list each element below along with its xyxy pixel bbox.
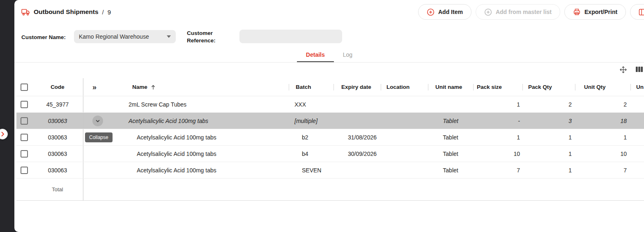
cell-name: Acetylsalicylic Acid 100mg tabs <box>123 146 289 162</box>
cell-unit-qty: 2 <box>575 96 630 112</box>
main-panel: Outbound Shipments / 9 Add Item Add from… <box>14 0 644 232</box>
row-checkbox[interactable] <box>21 101 28 108</box>
cell-name: 2mL Screw Cap Tubes <box>123 96 289 112</box>
row-checkbox[interactable] <box>21 167 28 174</box>
cell-name: Acetylsalicylic Acid 100mg tabs <box>123 162 289 178</box>
cell-batch: [multiple] <box>289 113 334 129</box>
cell-expiry <box>334 96 381 112</box>
plus-circle-icon <box>427 8 435 16</box>
chevron-right-icon <box>1 132 5 137</box>
cell-unit-qty: 10 <box>575 146 630 162</box>
more-panel-button[interactable]: N <box>630 4 644 20</box>
shipment-count: 9 <box>108 9 111 16</box>
table-row-group[interactable]: 030063 Acetylsalicylic Acid 100mg tabs [… <box>16 113 644 129</box>
column-header-pack-size[interactable]: Pack size <box>473 78 522 96</box>
page-title: Outbound Shipments <box>34 8 99 16</box>
breadcrumb: Outbound Shipments / 9 <box>14 8 111 16</box>
cell-unit-qty: 1 <box>575 129 630 145</box>
cell-pack-size: 1 <box>473 129 522 145</box>
cell-pack-qty: 3 <box>522 113 575 129</box>
cell-unit-name: Tablet <box>428 113 473 129</box>
customer-name-label: Customer Name: <box>21 34 66 41</box>
cell-location <box>381 96 428 112</box>
app-bar: Outbound Shipments / 9 Add Item Add from… <box>14 0 644 24</box>
row-checkbox[interactable] <box>21 150 28 158</box>
printer-icon <box>573 8 581 16</box>
columns-icon[interactable] <box>635 66 643 74</box>
cell-unit-name: Tablet <box>428 129 473 145</box>
cell-code: 030063 <box>32 162 83 178</box>
column-header-name-label: Name <box>132 84 147 90</box>
add-item-label: Add Item <box>438 9 463 15</box>
cell-location <box>381 129 428 145</box>
add-from-master-list-label: Add from master list <box>496 9 552 15</box>
cell-expiry <box>334 162 381 178</box>
column-header-code[interactable]: Code <box>32 78 83 96</box>
cell-pack-size: 1 <box>473 96 522 112</box>
sort-ascending-icon <box>151 84 156 90</box>
collapse-tooltip: Collapse <box>85 132 113 142</box>
add-item-button[interactable]: Add Item <box>418 4 472 20</box>
cell-pack-size: 10 <box>473 146 522 162</box>
action-toolbar: Add Item Add from master list Export/Pri… <box>418 4 644 20</box>
table-total-row: Total <box>16 179 644 201</box>
table-row-child[interactable]: 030063 Acetylsalicylic Acid 100mg tabs S… <box>16 162 644 179</box>
cell-pack-qty: 1 <box>522 129 575 145</box>
column-header-name[interactable]: Name <box>123 78 289 96</box>
collapse-row-button[interactable] <box>92 116 103 126</box>
tab-log[interactable]: Log <box>334 49 361 62</box>
customer-reference-label: Customer Reference: <box>187 30 228 44</box>
breadcrumb-separator: / <box>102 9 104 16</box>
column-header-unit-qty[interactable]: Unit Qty <box>575 78 630 96</box>
cell-expiry: 31/08/2026 <box>334 129 381 145</box>
cell-name: Acetylsalicylic Acid 100mg tabs <box>123 129 289 145</box>
column-header-clipped[interactable]: Un <box>630 78 644 96</box>
export-print-label: Export/Print <box>584 9 617 15</box>
cell-name: Acetylsalicylic Acid 100mg tabs <box>123 113 289 129</box>
expand-all-icon[interactable]: » <box>83 84 97 91</box>
cell-location <box>381 146 428 162</box>
collapsed-sidebar <box>0 0 14 232</box>
customer-reference-input[interactable] <box>239 30 342 43</box>
export-print-button[interactable]: Export/Print <box>564 4 626 20</box>
column-header-batch[interactable]: Batch <box>289 78 334 96</box>
cell-unit-name: Tablet <box>428 146 473 162</box>
grid-tools <box>619 66 643 74</box>
cell-unit-name: Tablet <box>428 162 473 178</box>
select-all-checkbox[interactable] <box>21 84 28 91</box>
tab-bar: Details Log <box>14 49 644 63</box>
cell-batch: SEVEN <box>289 162 334 178</box>
resize-move-icon[interactable] <box>619 66 627 74</box>
add-from-master-list-button[interactable]: Add from master list <box>476 4 560 20</box>
cell-batch: XXX <box>289 96 334 112</box>
column-header-unit-name[interactable]: Unit name <box>428 78 473 96</box>
column-header-location[interactable]: Location <box>381 78 428 96</box>
customer-name-select[interactable]: Kamo Regional Warehouse <box>74 30 176 43</box>
cell-pack-qty: 1 <box>522 146 575 162</box>
cell-pack-qty: 2 <box>522 96 575 112</box>
table-row-child[interactable]: 030063 Acetylsalicylic Acid 100mg tabs b… <box>16 146 644 162</box>
total-label: Total <box>32 179 83 200</box>
cell-unit-qty: 7 <box>575 162 630 178</box>
cell-location <box>381 113 428 129</box>
row-checkbox[interactable] <box>21 117 28 125</box>
customer-name-value: Kamo Regional Warehouse <box>79 33 167 40</box>
cell-expiry: 30/09/2026 <box>334 146 381 162</box>
cell-code: 45_3977 <box>32 96 83 112</box>
row-checkbox[interactable] <box>21 134 28 141</box>
tab-details[interactable]: Details <box>297 49 334 62</box>
column-header-pack-qty[interactable]: Pack Qty <box>522 78 575 96</box>
cell-code: 030063 <box>32 146 83 162</box>
panel-icon <box>639 9 644 16</box>
cell-unit-name <box>428 96 473 112</box>
cell-expiry <box>334 113 381 129</box>
cell-pack-qty: 1 <box>522 162 575 178</box>
table-header-row: Code » Name Batch Expiry date Location U… <box>16 78 644 96</box>
plus-circle-icon <box>484 8 492 16</box>
chevron-down-icon <box>167 35 171 38</box>
truck-icon <box>21 9 30 16</box>
table-row[interactable]: 45_3977 2mL Screw Cap Tubes XXX 1 2 2 <box>16 96 644 113</box>
column-header-expiry-date[interactable]: Expiry date <box>334 78 381 96</box>
cell-pack-size: - <box>473 113 522 129</box>
cell-batch: b4 <box>289 146 334 162</box>
